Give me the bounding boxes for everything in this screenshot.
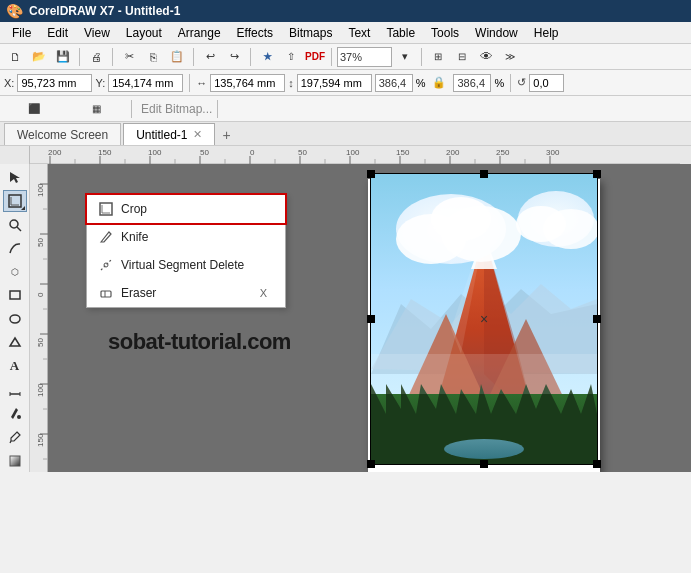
menu-arrange[interactable]: Arrange: [170, 24, 229, 42]
eyedropper-btn[interactable]: [3, 426, 27, 449]
menu-item-knife[interactable]: Knife: [87, 223, 285, 251]
svg-point-40: [10, 315, 20, 323]
canvas-workspace: × sobat-tutorial.com: [48, 164, 691, 472]
svg-line-46: [10, 441, 11, 443]
sep1: [79, 48, 80, 66]
ellipse-tool-btn[interactable]: [3, 308, 27, 331]
select-tool-btn[interactable]: [3, 166, 27, 189]
svg-marker-33: [10, 172, 20, 183]
zoom-select[interactable]: 37%: [337, 47, 392, 67]
h-input[interactable]: [297, 74, 372, 92]
menu-view[interactable]: View: [76, 24, 118, 42]
dimension-tool-btn[interactable]: [3, 378, 27, 401]
menu-item-crop[interactable]: Crop: [87, 195, 285, 223]
rot-input[interactable]: [529, 74, 564, 92]
menu-item-virtual-segment[interactable]: Virtual Segment Delete: [87, 251, 285, 279]
interactive-fill-btn[interactable]: [3, 449, 27, 472]
ruler-horizontal: 200 150 100 50 0 50 100 150 200 250 300: [30, 146, 691, 164]
import-btn[interactable]: ★: [256, 46, 278, 68]
eraser-shortcut: X: [260, 287, 267, 299]
smart-fill-btn[interactable]: ⬡: [3, 260, 27, 283]
edit-bitmap-label: Edit Bitmap...: [141, 102, 212, 116]
menu-item-eraser[interactable]: Eraser X: [87, 279, 285, 307]
save-btn[interactable]: 💾: [52, 46, 74, 68]
menu-table[interactable]: Table: [378, 24, 423, 42]
mountain-scene-svg: [371, 174, 597, 464]
open-btn[interactable]: 📂: [28, 46, 50, 68]
redo-btn[interactable]: ↪: [223, 46, 245, 68]
svg-text:100: 100: [36, 183, 45, 197]
menu-edit[interactable]: Edit: [39, 24, 76, 42]
h2-input[interactable]: [453, 74, 491, 92]
copy-btn[interactable]: ⎘: [142, 46, 164, 68]
menu-help[interactable]: Help: [526, 24, 567, 42]
svg-text:300: 300: [546, 148, 560, 157]
percent-w: %: [416, 77, 426, 89]
tab-untitled1[interactable]: Untitled-1 ✕: [123, 123, 214, 145]
tab-add-btn[interactable]: +: [217, 125, 237, 145]
tab-welcome[interactable]: Welcome Screen: [4, 123, 121, 145]
snap-btn[interactable]: ⊞: [427, 46, 449, 68]
ruler-ticks-svg: 200 150 100 50 0 50 100 150 200 250 300: [30, 146, 691, 164]
virtual-segment-menu-icon: [97, 256, 115, 274]
sep3: [193, 48, 194, 66]
more-btn[interactable]: ≫: [499, 46, 521, 68]
svg-rect-91: [101, 291, 111, 297]
svg-text:200: 200: [446, 148, 460, 157]
svg-text:0: 0: [250, 148, 255, 157]
tab-close-btn[interactable]: ✕: [193, 128, 202, 141]
svg-text:100: 100: [148, 148, 162, 157]
grid-btn[interactable]: ⊟: [451, 46, 473, 68]
paste-btn[interactable]: 📋: [166, 46, 188, 68]
crop-tool-btn[interactable]: [3, 190, 27, 213]
workspace-with-ruler: 100 50 0 50 100 150: [30, 164, 691, 472]
lock-ratio-btn[interactable]: 🔒: [428, 72, 450, 94]
bitmap-bar: ⬛ ▦ Edit Bitmap...: [0, 96, 691, 122]
fill-tool-btn[interactable]: [3, 402, 27, 425]
main-area: ⬡ A: [0, 164, 691, 472]
menu-bar: File Edit View Layout Arrange Effects Bi…: [0, 22, 691, 44]
undo-btn[interactable]: ↩: [199, 46, 221, 68]
x-input[interactable]: [17, 74, 92, 92]
w-input[interactable]: [210, 74, 285, 92]
pdf-btn[interactable]: PDF: [304, 46, 326, 68]
rectangle-tool-btn[interactable]: [3, 284, 27, 307]
menu-window[interactable]: Window: [467, 24, 526, 42]
vruler-svg: 100 50 0 50 100 150: [30, 164, 48, 472]
polygon-tool-btn[interactable]: [3, 331, 27, 354]
menu-bitmaps[interactable]: Bitmaps: [281, 24, 340, 42]
knife-label: Knife: [121, 230, 275, 244]
w-icon: ↔: [196, 77, 207, 89]
svg-point-84: [516, 206, 566, 242]
menu-tools[interactable]: Tools: [423, 24, 467, 42]
menu-layout[interactable]: Layout: [118, 24, 170, 42]
w2-input[interactable]: [375, 74, 413, 92]
y-input[interactable]: [108, 74, 183, 92]
export-btn[interactable]: ⇧: [280, 46, 302, 68]
svg-point-90: [104, 263, 108, 267]
cut-btn[interactable]: ✂: [118, 46, 140, 68]
text-tool-btn[interactable]: A: [3, 355, 27, 378]
menu-file[interactable]: File: [4, 24, 39, 42]
menu-effects[interactable]: Effects: [229, 24, 281, 42]
menu-text[interactable]: Text: [340, 24, 378, 42]
vertical-ruler: 100 50 0 50 100 150: [30, 164, 48, 472]
sep6: [421, 48, 422, 66]
canvas-image-container: [371, 174, 597, 464]
new-btn[interactable]: 🗋: [4, 46, 26, 68]
watermark-text: sobat-tutorial.com: [108, 329, 291, 355]
app-title: CorelDRAW X7 - Untitled-1: [29, 4, 180, 18]
freehand-tool-btn[interactable]: [3, 237, 27, 260]
ruler-corner: [0, 146, 30, 164]
zoom-dropdown-btn[interactable]: ▾: [394, 46, 416, 68]
svg-point-45: [17, 415, 21, 419]
crop-menu-icon: [97, 200, 115, 218]
svg-rect-39: [10, 291, 20, 299]
print-btn[interactable]: 🖨: [85, 46, 107, 68]
sep4: [250, 48, 251, 66]
view-btn[interactable]: 👁: [475, 46, 497, 68]
coord-bar: X: Y: ↔ ↕ % 🔒 % ↺: [0, 70, 691, 96]
bitmap-btn1[interactable]: ⬛: [4, 98, 64, 120]
bitmap-btn2[interactable]: ▦: [66, 98, 126, 120]
zoom-tool-btn[interactable]: [3, 213, 27, 236]
